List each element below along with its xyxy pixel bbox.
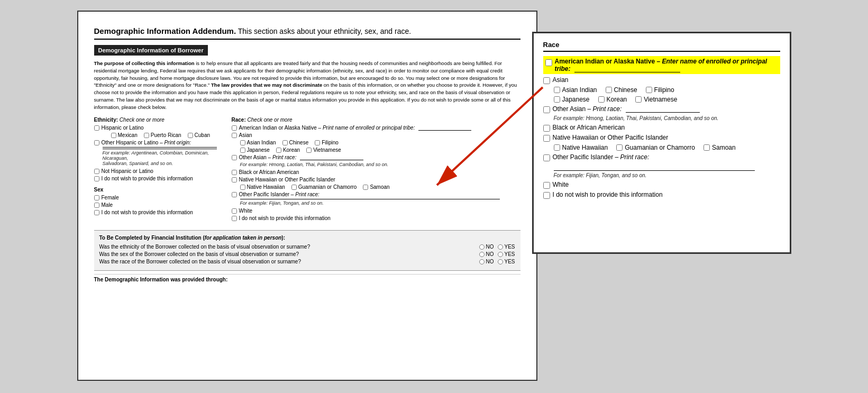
race-no-info-check[interactable] bbox=[232, 216, 237, 221]
fin-q1-no-radio[interactable] bbox=[479, 244, 485, 250]
ethnicity-cuban: Cuban bbox=[188, 132, 210, 138]
race-korean-check[interactable] bbox=[276, 148, 281, 153]
fin-q3-no: NO bbox=[479, 259, 494, 264]
popup-race-title: Race bbox=[543, 41, 780, 52]
fin-q2-yes-radio[interactable] bbox=[498, 252, 503, 257]
popup-chinese-check[interactable] bbox=[606, 87, 612, 93]
popup-no-info: I do not wish to provide this informatio… bbox=[543, 191, 780, 199]
ethnicity-mexican-check[interactable] bbox=[111, 133, 116, 138]
fin-q1: Was the ethnicity of the Borrower collec… bbox=[99, 244, 477, 250]
race-korean: Korean bbox=[276, 147, 300, 153]
fin-q1-yes: YES bbox=[498, 244, 515, 250]
fin-q3-yes-radio[interactable] bbox=[498, 259, 503, 264]
ethnicity-puerto-rican-check[interactable] bbox=[144, 133, 149, 138]
popup-race-box: Race American Indian or Alaska Native – … bbox=[532, 32, 791, 254]
race-white-check[interactable] bbox=[232, 208, 237, 214]
popup-vietnamese-check[interactable] bbox=[635, 96, 642, 103]
popup-korean-check[interactable] bbox=[598, 96, 605, 103]
fin-q1-yes-radio[interactable] bbox=[498, 244, 503, 250]
race-label: Race: Check one or more bbox=[232, 117, 520, 123]
race-filipino: Filipino bbox=[315, 140, 339, 145]
race-asian-indian-check[interactable] bbox=[240, 140, 245, 145]
popup-nhopi-check[interactable] bbox=[543, 135, 550, 142]
sex-title: Sex bbox=[94, 187, 221, 193]
fin-q2-yes: YES bbox=[498, 251, 515, 257]
race-guamanian: Guamanian or Chamorro bbox=[291, 184, 357, 190]
fin-q2: Was the sex of the Borrower collected on… bbox=[99, 251, 477, 257]
fin-row-3: Was the race of the Borrower collected o… bbox=[99, 259, 515, 264]
other-pacific-line bbox=[240, 199, 500, 199]
race-ai-check[interactable] bbox=[232, 125, 237, 131]
ethnicity-not-hispanic-check[interactable] bbox=[94, 169, 99, 174]
popup-black-check[interactable] bbox=[543, 125, 550, 132]
ethnicity-label: Ethnicity: Check one or more bbox=[94, 117, 221, 123]
popup-native-hawaiian-check[interactable] bbox=[554, 144, 560, 151]
popup-filipino-check[interactable] bbox=[646, 87, 652, 93]
popup-korean: Korean bbox=[598, 96, 627, 103]
race-asian-example: For example: Hmong, Laotian, Thai, Pakis… bbox=[240, 162, 520, 167]
popup-other-pacific-check[interactable] bbox=[543, 154, 550, 161]
race-vietnamese-check[interactable] bbox=[306, 148, 312, 153]
race-filipino-check[interactable] bbox=[315, 140, 320, 145]
fin-q3: Was the race of the Borrower collected o… bbox=[99, 259, 477, 264]
fin-q3-no-radio[interactable] bbox=[479, 259, 485, 264]
section-header: Demographic Information of Borrower bbox=[94, 45, 208, 56]
sex-female-check[interactable] bbox=[94, 195, 99, 200]
popup-no-info-check[interactable] bbox=[543, 192, 550, 199]
race-native-hawaiian-check[interactable] bbox=[240, 185, 245, 190]
ethnicity-example: For example: Argentinean, Colombian, Dom… bbox=[103, 150, 221, 166]
race-asian-check[interactable] bbox=[232, 133, 237, 138]
ethnicity-mexican: Mexican bbox=[111, 132, 138, 138]
other-hispanic-print-line2 bbox=[103, 149, 217, 149]
race-column: Race: Check one or more American Indian … bbox=[232, 117, 520, 223]
race-black-check[interactable] bbox=[232, 170, 237, 175]
popup-other-asian-check[interactable] bbox=[543, 106, 550, 113]
popup-white-check[interactable] bbox=[543, 182, 550, 189]
ethnicity-other-hispanic-check[interactable] bbox=[94, 140, 99, 145]
doc-title: Demographic Information Addendum. This s… bbox=[94, 26, 520, 40]
doc-title-rest: This section asks about your ethnicity, … bbox=[236, 27, 411, 35]
race-other-asian-check[interactable] bbox=[232, 155, 237, 160]
popup-guamanian-check[interactable] bbox=[616, 144, 623, 151]
sex-no-info-check[interactable] bbox=[94, 210, 99, 215]
popup-asian-indian: Asian Indian bbox=[554, 86, 597, 94]
popup-ai-check[interactable] bbox=[545, 59, 552, 66]
race-guamanian-check[interactable] bbox=[291, 185, 297, 190]
race-native-hawaiian: Native Hawaiian bbox=[240, 184, 285, 190]
race-samoan: Samoan bbox=[363, 184, 389, 190]
popup-asian-check[interactable] bbox=[543, 77, 550, 84]
ethnicity-puerto-rican: Puerto Rican bbox=[144, 132, 181, 138]
sex-section: Sex Female Male I do not wish to provide… bbox=[94, 187, 221, 215]
sex-male-check[interactable] bbox=[94, 203, 99, 208]
popup-samoan: Samoan bbox=[703, 144, 736, 151]
race-chinese-check[interactable] bbox=[282, 140, 288, 145]
race-other-pacific-check[interactable] bbox=[232, 192, 237, 197]
race-nhopi-check[interactable] bbox=[232, 177, 237, 182]
race-other-asian: Other Asian – Print race: bbox=[232, 154, 520, 160]
sex-no-info: I do not wish to provide this informatio… bbox=[94, 209, 221, 215]
fin-row-2: Was the sex of the Borrower collected on… bbox=[99, 251, 515, 257]
race-chinese: Chinese bbox=[282, 140, 309, 145]
ethnicity-no-info-check[interactable] bbox=[94, 176, 99, 181]
race-no-info: I do not wish to provide this informatio… bbox=[232, 215, 520, 221]
popup-japanese-check[interactable] bbox=[554, 96, 560, 103]
doc-title-bold: Demographic Information Addendum. bbox=[94, 26, 236, 35]
fin-q2-no-radio[interactable] bbox=[479, 252, 485, 257]
two-col-section: Ethnicity: Check one or more Hispanic or… bbox=[94, 117, 520, 223]
main-document: Demographic Information Addendum. This s… bbox=[77, 11, 537, 381]
ethnicity-no-info: I do not wish to provide this informatio… bbox=[94, 176, 221, 181]
race-samoan-check[interactable] bbox=[363, 185, 368, 190]
fin-row-1: Was the ethnicity of the Borrower collec… bbox=[99, 244, 515, 250]
popup-asian-indian-check[interactable] bbox=[554, 87, 560, 93]
popup-native-hawaiian: Native Hawaiian bbox=[554, 144, 608, 151]
popup-pacific-print-line bbox=[554, 163, 755, 171]
race-pacific-example: For example: Fijian, Tongan, and so on. bbox=[240, 200, 520, 206]
race-black: Black or African American bbox=[232, 169, 520, 175]
other-hispanic-print-line bbox=[103, 147, 217, 148]
popup-japanese: Japanese bbox=[554, 96, 590, 103]
popup-asian: Asian bbox=[543, 76, 780, 84]
race-japanese-check[interactable] bbox=[240, 148, 245, 153]
ethnicity-cuban-check[interactable] bbox=[188, 133, 193, 138]
ethnicity-hispanic-check[interactable] bbox=[94, 125, 99, 131]
popup-samoan-check[interactable] bbox=[703, 144, 710, 151]
